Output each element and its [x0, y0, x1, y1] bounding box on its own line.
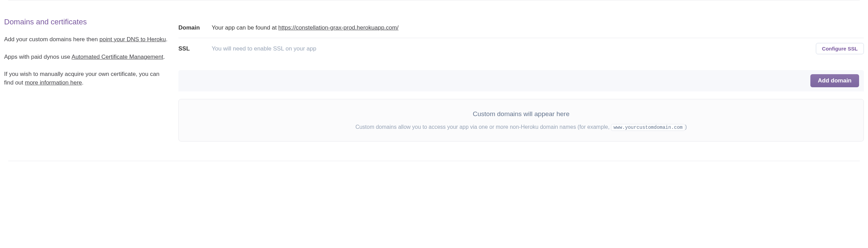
domain-row-label: Domain — [178, 24, 212, 31]
section-bottom-divider — [8, 161, 860, 161]
sidebar-para-2-tail: . — [163, 54, 165, 60]
ssl-row: SSL You will need to enable SSL on your … — [178, 38, 864, 59]
app-url-link[interactable]: https://constellation-grax-prod.herokuap… — [278, 24, 399, 31]
main-panel: Domain Your app can be found at https://… — [178, 18, 864, 142]
ssl-row-text: You will need to enable SSL on your app — [212, 45, 816, 52]
add-domain-bar: Add domain — [178, 70, 864, 91]
sidebar-para-2: Apps with paid dynos use Automated Certi… — [4, 53, 168, 61]
sidebar-description: Domains and certificates Add your custom… — [4, 18, 178, 142]
add-domain-button[interactable]: Add domain — [810, 74, 859, 87]
sidebar-para-3: If you wish to manually acquire your own… — [4, 70, 168, 87]
acm-link[interactable]: Automated Certificate Management — [72, 54, 163, 60]
sidebar-para-1-tail: . — [166, 36, 168, 43]
empty-desc-a: Custom domains allow you to access your … — [355, 124, 611, 130]
domains-certificates-section: Domains and certificates Add your custom… — [4, 0, 864, 161]
empty-desc-b: ) — [685, 124, 687, 130]
domain-row: Domain Your app can be found at https://… — [178, 18, 864, 38]
ssl-row-label: SSL — [178, 45, 212, 52]
sidebar-para-1-text: Add your custom domains here then — [4, 36, 99, 43]
sidebar-para-1: Add your custom domains here then point … — [4, 35, 168, 44]
configure-ssl-button[interactable]: Configure SSL — [816, 43, 864, 54]
more-info-link[interactable]: more information here — [25, 79, 82, 86]
sidebar-para-2-text: Apps with paid dynos use — [4, 54, 72, 60]
sidebar-para-3-tail: . — [82, 79, 84, 86]
example-domain-code: www.yourcustomdomain.com — [611, 124, 685, 131]
empty-state-title: Custom domains will appear here — [189, 110, 853, 118]
point-dns-link[interactable]: point your DNS to Heroku — [99, 36, 166, 43]
domain-row-text: Your app can be found at — [212, 24, 278, 31]
section-title: Domains and certificates — [4, 18, 168, 26]
domain-row-body: Your app can be found at https://constel… — [212, 24, 864, 31]
empty-state-description: Custom domains allow you to access your … — [189, 123, 853, 132]
custom-domains-empty-state: Custom domains will appear here Custom d… — [178, 99, 864, 142]
